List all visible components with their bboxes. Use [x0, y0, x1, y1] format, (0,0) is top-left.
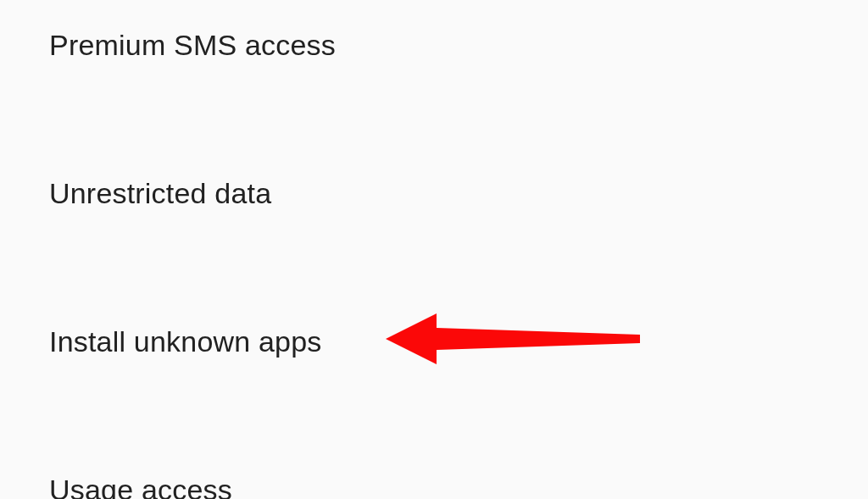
settings-item-label: Install unknown apps: [49, 325, 322, 358]
settings-item-install-unknown-apps[interactable]: Install unknown apps: [49, 310, 868, 374]
settings-item-label: Unrestricted data: [49, 177, 271, 209]
settings-item-premium-sms[interactable]: Premium SMS access: [49, 14, 868, 77]
settings-item-label: Usage access: [49, 474, 232, 499]
settings-item-label: Premium SMS access: [49, 29, 336, 61]
settings-item-unrestricted-data[interactable]: Unrestricted data: [49, 162, 868, 225]
settings-list: Premium SMS access Unrestricted data Ins…: [0, 0, 868, 499]
settings-item-usage-access[interactable]: Usage access: [49, 458, 868, 499]
